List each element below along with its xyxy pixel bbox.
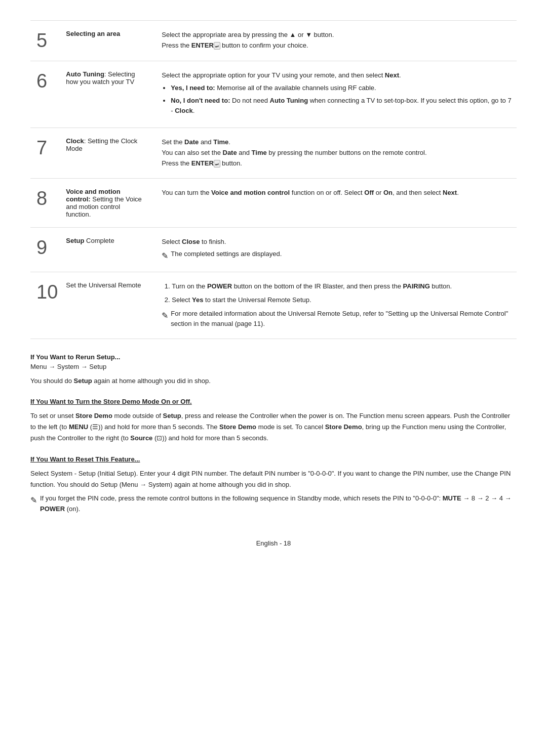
step-label: Clock: Setting the Clock Mode — [63, 128, 151, 178]
store-demo-section: If You Want to Turn the Store Demo Mode … — [30, 398, 517, 444]
rerun-sub: Menu → System → Setup — [30, 363, 517, 370]
step-content: Set the Date and Time. You can also set … — [151, 128, 517, 178]
step-label: Auto Tuning: Selecting how you watch you… — [63, 61, 151, 128]
note-text: If you forget the PIN code, press the re… — [40, 493, 517, 515]
table-row: 8 Voice and motion control: Setting the … — [30, 178, 517, 227]
note-icon: ✎ — [30, 494, 37, 507]
step-number: 7 — [30, 128, 63, 178]
note-icon: ✎ — [162, 309, 168, 322]
footer: English - 18 — [30, 539, 517, 547]
rerun-heading: If You Want to Rerun Setup... — [30, 353, 517, 361]
step-label: Voice and motion control: Setting the Vo… — [63, 178, 151, 227]
store-demo-body: To set or unset Store Demo mode outside … — [30, 410, 517, 444]
step-number: 8 — [30, 178, 63, 227]
table-row: 6 Auto Tuning: Selecting how you watch y… — [30, 61, 517, 128]
table-row: 9 Setup Complete Select Close to finish.… — [30, 227, 517, 272]
note-icon: ✎ — [162, 249, 168, 263]
step-label: Setup Complete — [63, 227, 151, 272]
step-content: Turn on the POWER button on the bottom o… — [151, 272, 517, 339]
table-row: 7 Clock: Setting the Clock Mode Set the … — [30, 128, 517, 178]
table-row: 10 Set the Universal Remote Turn on the … — [30, 272, 517, 339]
step-label: Selecting an area — [63, 21, 151, 61]
step-content: Select the appropriate option for your T… — [151, 61, 517, 128]
step-content: Select the appropriate area by pressing … — [151, 21, 517, 61]
step-number: 6 — [30, 61, 63, 128]
note-text: The completed settings are displayed. — [171, 249, 282, 260]
rerun-section: If You Want to Rerun Setup... Menu → Sys… — [30, 353, 517, 387]
reset-body: Select System - Setup (Initial Setup). E… — [30, 468, 517, 490]
step-label: Set the Universal Remote — [63, 272, 151, 339]
steps-table: 5 Selecting an area Select the appropria… — [30, 20, 517, 339]
step-number: 10 — [30, 272, 63, 339]
step-content: Select Close to finish. ✎ The completed … — [151, 227, 517, 272]
step-content: You can turn the Voice and motion contro… — [151, 178, 517, 227]
reset-note: ✎ If you forget the PIN code, press the … — [30, 493, 517, 515]
table-row: 5 Selecting an area Select the appropria… — [30, 21, 517, 61]
rerun-body: You should do Setup again at home althou… — [30, 375, 517, 387]
note-text: For more detailed information about the … — [171, 309, 512, 330]
reset-section: If You Want to Reset This Feature... Sel… — [30, 455, 517, 515]
footer-label: English - 18 — [256, 539, 291, 547]
store-demo-heading: If You Want to Turn the Store Demo Mode … — [30, 398, 517, 405]
reset-heading: If You Want to Reset This Feature... — [30, 455, 517, 463]
step-number: 9 — [30, 227, 63, 272]
step-number: 5 — [30, 21, 63, 61]
